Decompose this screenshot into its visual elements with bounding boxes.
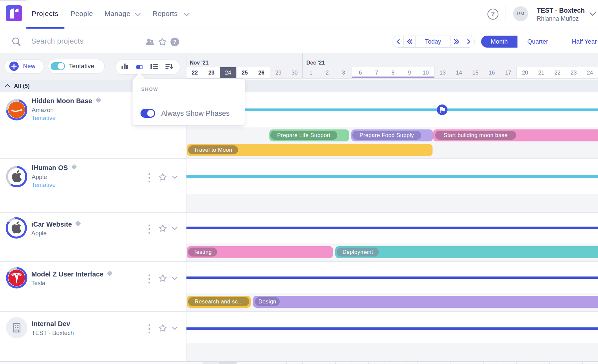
svg-text:?: ?: [173, 39, 176, 45]
